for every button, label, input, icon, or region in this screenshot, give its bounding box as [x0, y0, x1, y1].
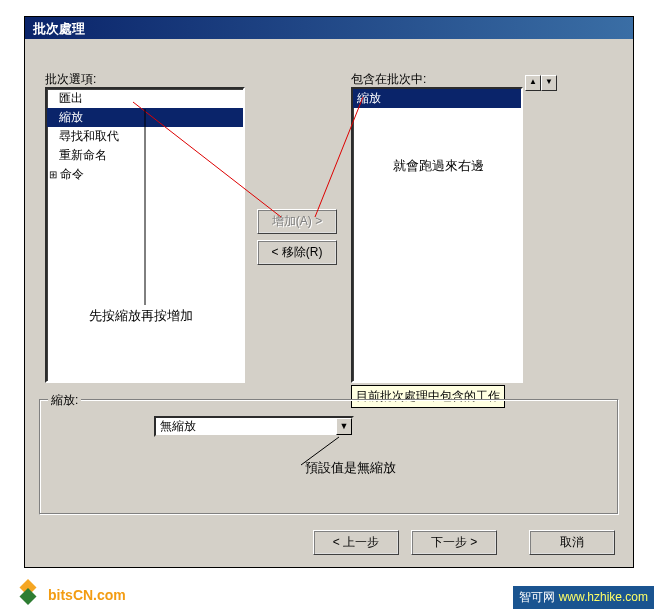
- batch-options-list[interactable]: 匯出 縮放 尋找和取代 重新命名 命令: [45, 87, 245, 383]
- included-item-zoom[interactable]: 縮放: [353, 89, 521, 108]
- next-button[interactable]: 下一步 >: [411, 530, 497, 555]
- reorder-controls: ▲ ▼: [525, 75, 557, 91]
- batch-included-list[interactable]: 縮放: [351, 87, 523, 383]
- cancel-button[interactable]: 取消: [529, 530, 615, 555]
- back-button[interactable]: < 上一步: [313, 530, 399, 555]
- dialog-content: 批次選項: 匯出 縮放 尋找和取代 重新命名 命令 包含在批次中: ▲ ▼ 縮放…: [25, 39, 633, 567]
- batch-dialog: 批次處理 批次選項: 匯出 縮放 尋找和取代 重新命名 命令 包含在批次中: ▲…: [24, 16, 634, 568]
- wizard-buttons: < 上一步 下一步 > 取消: [313, 530, 615, 555]
- zoom-combo[interactable]: 無縮放 ▼: [154, 416, 354, 437]
- remove-button[interactable]: < 移除(R): [257, 240, 337, 265]
- logo-text: bitsCN.com: [48, 587, 126, 603]
- tree-item-findreplace[interactable]: 尋找和取代: [47, 127, 243, 146]
- svg-rect-5: [20, 588, 37, 605]
- logo-icon: [12, 579, 44, 611]
- dialog-title: 批次處理: [33, 21, 85, 36]
- transfer-buttons: 增加(A) > < 移除(R): [257, 209, 337, 271]
- move-down-button[interactable]: ▼: [541, 75, 557, 91]
- zoom-combo-value: 無縮放: [156, 418, 336, 435]
- add-button[interactable]: 增加(A) >: [257, 209, 337, 234]
- left-list-label: 批次選項:: [45, 71, 96, 88]
- zoom-fieldset: 縮放: 無縮放 ▼: [39, 399, 619, 515]
- tree-item-export[interactable]: 匯出: [47, 89, 243, 108]
- site-logo: bitsCN.com: [12, 579, 126, 611]
- move-up-button[interactable]: ▲: [525, 75, 541, 91]
- tree-item-zoom[interactable]: 縮放: [47, 108, 243, 127]
- dialog-titlebar[interactable]: 批次處理: [25, 17, 633, 39]
- fieldset-label: 縮放:: [48, 392, 81, 409]
- right-list-label: 包含在批次中:: [351, 71, 426, 88]
- watermark-name: 智可网: [519, 590, 555, 604]
- tree-item-rename[interactable]: 重新命名: [47, 146, 243, 165]
- watermark: 智可网 www.hzhike.com: [513, 586, 654, 609]
- tree-item-command[interactable]: 命令: [47, 165, 243, 184]
- chevron-down-icon[interactable]: ▼: [336, 418, 352, 435]
- watermark-url: www.hzhike.com: [559, 590, 648, 604]
